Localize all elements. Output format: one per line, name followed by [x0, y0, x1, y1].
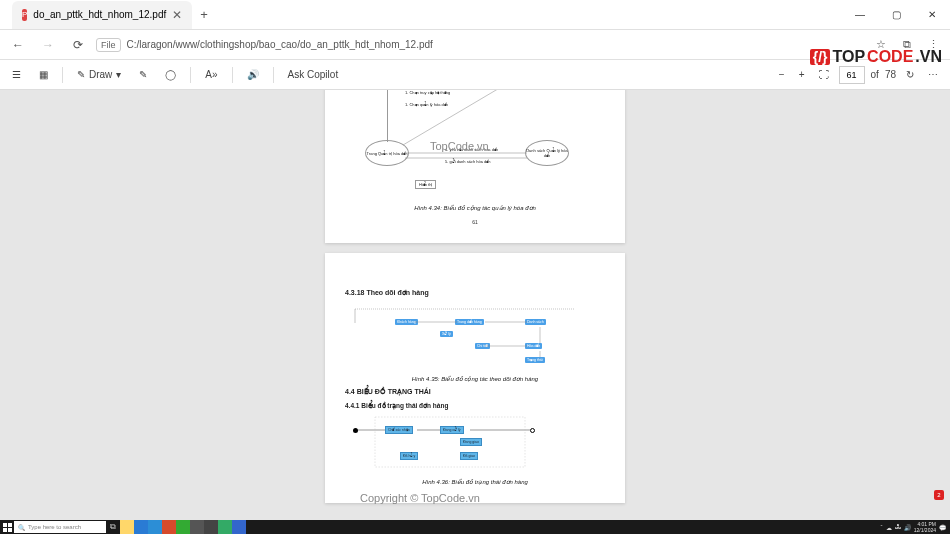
watermark-logo: {/} TOPCODE.VN: [810, 48, 942, 66]
page-number-input[interactable]: [839, 66, 865, 84]
state-diagram: Chờ xác nhận Đang xử lý Đang giao Đã hủy…: [345, 414, 605, 474]
search-icon: 🔍: [18, 524, 25, 531]
taskbar-app-explorer[interactable]: [120, 520, 134, 534]
tab-close-icon[interactable]: ✕: [172, 9, 182, 21]
pdf-draw-button[interactable]: ✎ Draw ▾: [73, 67, 125, 82]
window-minimize-button[interactable]: —: [842, 0, 878, 30]
page-number: 61: [345, 219, 605, 225]
start-button[interactable]: [0, 520, 14, 534]
svg-rect-16: [3, 528, 7, 532]
nav-reload-button[interactable]: ⟳: [66, 33, 90, 57]
pdf-readaloud-button[interactable]: 🔊: [243, 67, 263, 82]
page-total: 78: [885, 69, 896, 80]
diagram-rect: Hiển thị: [415, 180, 436, 189]
fit-page-button[interactable]: ⛶: [815, 67, 833, 82]
diagram-label: 1. Chọn truy cập hệ thống: [405, 90, 450, 95]
diagram-edges: [345, 414, 645, 520]
pdf-page-controls: − + ⛶ of 78 ↻ ⋯: [775, 66, 942, 84]
separator: [232, 67, 233, 83]
svg-rect-14: [3, 523, 7, 527]
diagram-edges: [345, 90, 605, 200]
task-view-button[interactable]: ⧉: [106, 520, 120, 534]
separator: [62, 67, 63, 83]
windows-icon: [3, 523, 12, 532]
rotate-button[interactable]: ↻: [902, 67, 918, 82]
svg-line-0: [403, 90, 530, 145]
pdf-copilot-button[interactable]: Ask Copilot: [284, 67, 343, 82]
zoom-out-button[interactable]: −: [775, 67, 789, 82]
nav-back-button[interactable]: ←: [6, 33, 30, 57]
pdf-viewport[interactable]: Người quản trị Trang Quản trị hóa đơn Da…: [0, 90, 950, 520]
clock-date: 12/1/2024: [914, 527, 936, 533]
separator: [273, 67, 274, 83]
address-bar: ← → ⟳ File C:/laragon/www/clothingshop/b…: [0, 30, 950, 60]
new-tab-button[interactable]: +: [192, 7, 216, 22]
diagram-label: 1. Chọn quản lý hóa đơn: [405, 102, 448, 107]
tray-network-icon[interactable]: 🖧: [895, 524, 901, 530]
separator: [190, 67, 191, 83]
pdf-favicon: P: [22, 9, 27, 21]
taskbar-app-edge[interactable]: [134, 520, 148, 534]
pdf-pages: Người quản trị Trang Quản trị hóa đơn Da…: [325, 90, 625, 513]
collaboration-diagram: Người quản trị Trang Quản trị hóa đơn Da…: [345, 90, 605, 200]
tray-chevron-icon[interactable]: ˄: [880, 524, 883, 531]
system-tray[interactable]: ˄ ☁ 🖧 🔊 4:01 PM 12/1/2024 💬: [880, 521, 950, 533]
windows-taskbar: 🔍 Type here to search ⧉ ˄ ☁ 🖧 🔊 4:01 PM …: [0, 520, 950, 534]
pdf-pagegrid-button[interactable]: ▦: [35, 67, 52, 82]
pdf-toolbar: ☰ ▦ ✎ Draw ▾ ✎ ◯ A» 🔊 Ask Copilot − + ⛶ …: [0, 60, 950, 90]
taskbar-app-generic[interactable]: [218, 520, 232, 534]
svg-rect-17: [8, 528, 12, 532]
collaboration-diagram: Khách hàng Trang đơn hàng Xử lý Danh sác…: [345, 301, 605, 371]
taskbar-app-generic[interactable]: [190, 520, 204, 534]
taskbar-app-generic[interactable]: [232, 520, 246, 534]
pdf-highlight-button[interactable]: ✎: [135, 67, 151, 82]
browser-titlebar: P do_an_pttk_hdt_nhom_12.pdf ✕ + — ▢ ✕: [0, 0, 950, 30]
svg-rect-13: [375, 417, 525, 467]
search-placeholder: Type here to search: [28, 524, 81, 530]
zoom-in-button[interactable]: +: [795, 67, 809, 82]
tab-title: do_an_pttk_hdt_nhom_12.pdf: [33, 9, 166, 20]
taskbar-app-generic[interactable]: [176, 520, 190, 534]
svg-rect-15: [8, 523, 12, 527]
url-field[interactable]: File C:/laragon/www/clothingshop/bao_cao…: [96, 38, 864, 52]
notifications-icon[interactable]: 💬: [939, 524, 946, 531]
taskbar-app-generic[interactable]: [204, 520, 218, 534]
scroll-indicator: 2: [934, 490, 944, 500]
url-path: C:/laragon/www/clothingshop/bao_cao/do_a…: [127, 39, 433, 50]
tray-cloud-icon[interactable]: ☁: [886, 524, 892, 531]
url-scheme-chip: File: [96, 38, 121, 52]
taskbar-app-chrome[interactable]: [162, 520, 176, 534]
pdf-toc-button[interactable]: ☰: [8, 67, 25, 82]
pdf-more-button[interactable]: ⋯: [924, 67, 942, 82]
pdf-page: Người quản trị Trang Quản trị hóa đơn Da…: [325, 90, 625, 243]
window-controls: — ▢ ✕: [842, 0, 950, 30]
pdf-textsize-button[interactable]: A»: [201, 67, 221, 82]
taskbar-search[interactable]: 🔍 Type here to search: [14, 521, 106, 533]
logo-brace-icon: {/}: [810, 49, 831, 65]
logo-text-code: CODE: [867, 48, 913, 66]
section-heading: 4.3.18 Theo dõi đơn hàng: [345, 289, 605, 297]
page-sep: of: [871, 69, 879, 80]
figure-caption: Hình 4.34: Biểu đồ cộng tác quản lý hóa …: [345, 204, 605, 211]
window-close-button[interactable]: ✕: [914, 0, 950, 30]
window-maximize-button[interactable]: ▢: [878, 0, 914, 30]
logo-text-tld: .VN: [915, 48, 942, 66]
pdf-erase-button[interactable]: ◯: [161, 67, 180, 82]
diagram-label: 5. gửi danh sách hóa đơn: [445, 159, 490, 164]
browser-tab[interactable]: P do_an_pttk_hdt_nhom_12.pdf ✕: [12, 1, 192, 29]
tray-volume-icon[interactable]: 🔊: [904, 524, 911, 531]
logo-text-top: TOP: [832, 48, 865, 66]
taskbar-clock[interactable]: 4:01 PM 12/1/2024: [914, 521, 936, 533]
diagram-label: 4. yêu cầu danh sách hóa đơn: [445, 147, 498, 152]
taskbar-app-vscode[interactable]: [148, 520, 162, 534]
nav-forward-button[interactable]: →: [36, 33, 60, 57]
pdf-page: 4.3.18 Theo dõi đơn hàng Khách hàng Tran…: [325, 253, 625, 503]
